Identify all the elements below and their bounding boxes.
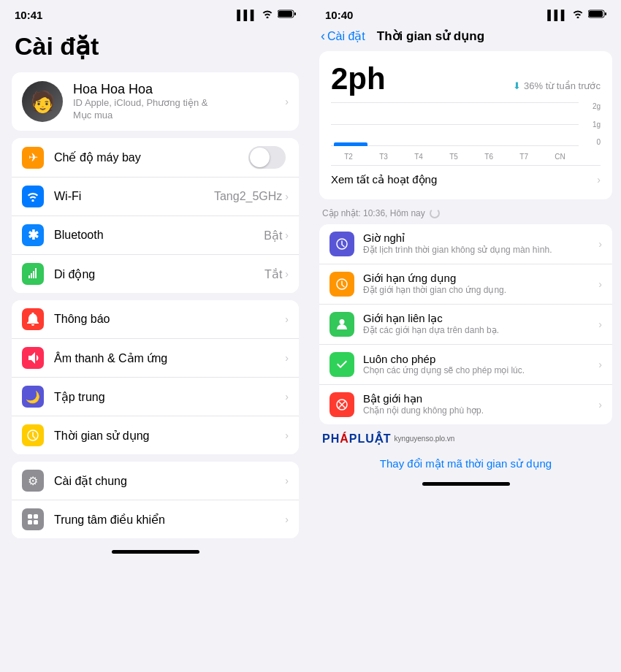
- applimits-sub: Đặt giới hạn thời gian cho ứng dụng.: [363, 285, 598, 297]
- right-home-indicator: [422, 482, 510, 486]
- features-section: Giờ nghỉ Đặt lịch trình thời gian không …: [319, 224, 612, 424]
- change-percent: 36% từ tuần trước: [524, 80, 601, 91]
- downtime-icon: [329, 232, 354, 256]
- notifications-chevron: ›: [285, 313, 289, 325]
- applimits-row[interactable]: Giới hạn ứng dụng Đặt giới hạn thời gian…: [319, 264, 612, 305]
- contentlimits-title: Bật giới hạn: [363, 392, 598, 405]
- airplane-row[interactable]: ✈ Chế độ máy bay: [12, 138, 299, 177]
- alwaysallowed-row[interactable]: Luôn cho phép Chọn các ứng dụng sẽ cho p…: [319, 345, 612, 385]
- wifi-setting-icon: [22, 186, 44, 207]
- wifi-chevron: ›: [285, 191, 289, 202]
- usage-chart: 2g 1g 0 T2 T3 T4 T5 T6 T7 CN: [331, 102, 601, 161]
- battery-icon: [278, 9, 296, 20]
- profile-name: Hoa Hoa Hoa: [73, 82, 285, 97]
- control-chevron: ›: [285, 513, 289, 525]
- screentime-chevron: ›: [285, 429, 289, 441]
- svg-rect-5: [34, 514, 38, 519]
- focus-label: Tập trung: [54, 390, 285, 404]
- notifications-section: Thông báo › Âm thanh & Cảm ứng › 🌙 Tập t…: [12, 300, 299, 454]
- back-chevron-icon: ‹: [321, 28, 325, 44]
- control-label: Trung tâm điều khiển: [54, 513, 285, 527]
- chart-bars: [331, 102, 579, 146]
- applimits-title: Giới hạn ứng dụng: [363, 272, 598, 285]
- sounds-icon: [22, 347, 44, 369]
- bluetooth-value: Bật: [264, 229, 282, 243]
- general-row[interactable]: ⚙ Cài đặt chung ›: [12, 462, 299, 500]
- page-title: Cài đặt: [0, 26, 310, 72]
- general-section: ⚙ Cài đặt chung › Trung tâm điều khiển ›: [12, 462, 299, 538]
- downtime-row[interactable]: Giờ nghỉ Đặt lịch trình thời gian không …: [319, 224, 612, 264]
- left-panel: 10:41 ▌▌▌ Cài đặt 🧑 Hoa Hoa Hoa ID Apple…: [0, 0, 310, 672]
- focus-icon: 🌙: [22, 386, 44, 408]
- chart-x-labels: T2 T3 T4 T5 T6 T7 CN: [331, 153, 579, 161]
- chart-bar-t7: [508, 145, 541, 146]
- contentlimits-row[interactable]: Bật giới hạn Chặn nội dung không phù hợp…: [319, 385, 612, 424]
- alwaysallowed-text: Luôn cho phép Chọn các ứng dụng sẽ cho p…: [363, 353, 598, 377]
- general-icon: ⚙: [22, 470, 44, 492]
- contactlimits-sub: Đặt các giới hạn dựa trên danh bạ.: [363, 325, 598, 337]
- change-passcode-link[interactable]: Thay đổi mật mã thời gian sử dụng: [310, 450, 621, 478]
- right-wifi-icon: [572, 9, 584, 20]
- screentime-icon: [22, 424, 44, 446]
- nav-header: ‹ Cài đặt Thời gian sử dụng: [310, 26, 621, 51]
- alwaysallowed-sub: Chọn các ứng dụng sẽ cho phép mọi lúc.: [363, 365, 598, 377]
- chart-y-labels: 2g 1g 0: [582, 102, 601, 146]
- left-home-indicator: [112, 550, 199, 554]
- contentlimits-chevron: ›: [598, 399, 602, 411]
- left-time: 10:41: [15, 9, 42, 21]
- bluetooth-chevron: ›: [285, 229, 289, 241]
- sounds-row[interactable]: Âm thanh & Cảm ứng ›: [12, 339, 299, 378]
- view-all-chevron: ›: [597, 174, 601, 186]
- cellular-icon: [22, 263, 44, 285]
- back-button[interactable]: ‹ Cài đặt: [321, 28, 365, 44]
- notifications-icon: [22, 308, 44, 330]
- right-time: 10:40: [325, 9, 353, 21]
- bluetooth-label: Bluetooth: [54, 229, 264, 242]
- downtime-text: Giờ nghỉ Đặt lịch trình thời gian không …: [363, 232, 598, 256]
- contactlimits-icon: [329, 312, 354, 337]
- profile-info: Hoa Hoa Hoa ID Apple, iCloud, Phương tiệ…: [73, 82, 285, 122]
- right-status-icons: ▌▌▌: [547, 9, 606, 20]
- control-icon: [22, 508, 44, 530]
- screen-time-change: ⬇ 36% từ tuần trước: [513, 80, 601, 91]
- time-display: 2ph ⬇ 36% từ tuần trước: [331, 61, 601, 96]
- contactlimits-text: Giới hạn liên lạc Đặt các giới hạn dựa t…: [363, 312, 598, 337]
- nav-title: Thời gian sử dụng: [377, 28, 484, 44]
- alwaysallowed-title: Luôn cho phép: [363, 353, 598, 365]
- chart-bar-t6: [473, 145, 506, 146]
- applimits-text: Giới hạn ứng dụng Đặt giới hạn thời gian…: [363, 272, 598, 297]
- left-status-bar: 10:41 ▌▌▌: [0, 0, 310, 26]
- focus-row[interactable]: 🌙 Tập trung ›: [12, 378, 299, 416]
- bluetooth-row[interactable]: ✱ Bluetooth Bật ›: [12, 216, 299, 255]
- chart-bar-t3: [369, 145, 403, 146]
- alwaysallowed-chevron: ›: [598, 359, 602, 370]
- profile-row[interactable]: 🧑 Hoa Hoa Hoa ID Apple, iCloud, Phương t…: [12, 72, 299, 131]
- cellular-label: Di động: [54, 267, 264, 281]
- contactlimits-row[interactable]: Giới hạn liên lạc Đặt các giới hạn dựa t…: [319, 305, 612, 345]
- airplane-toggle[interactable]: [248, 146, 286, 169]
- wifi-value: Tang2_5GHz: [214, 190, 282, 203]
- cellular-chevron: ›: [285, 268, 289, 280]
- contactlimits-title: Giới hạn liên lạc: [363, 312, 598, 325]
- left-status-icons: ▌▌▌: [237, 9, 296, 20]
- chart-bar-t2: [334, 142, 367, 146]
- watermark-site: kynguyenso.plo.vn: [395, 435, 455, 443]
- brand-logo: PHÁPLUẬT: [322, 432, 392, 446]
- view-all-row[interactable]: Xem tất cả hoạt động ›: [331, 165, 601, 189]
- right-battery-icon: [588, 9, 606, 20]
- notifications-label: Thông báo: [54, 313, 285, 326]
- signal-icon: ▌▌▌: [237, 9, 257, 20]
- svg-rect-7: [34, 520, 38, 524]
- screentime-row[interactable]: Thời gian sử dụng ›: [12, 416, 299, 454]
- sounds-chevron: ›: [285, 352, 289, 364]
- chart-bar-t4: [403, 145, 437, 146]
- cellular-row[interactable]: Di động Tắt ›: [12, 255, 299, 293]
- applimits-chevron: ›: [598, 278, 602, 290]
- control-row[interactable]: Trung tâm điều khiển ›: [12, 500, 299, 538]
- svg-rect-10: [605, 12, 606, 15]
- general-chevron: ›: [285, 475, 289, 486]
- avatar: 🧑: [22, 81, 63, 122]
- notifications-row[interactable]: Thông báo ›: [12, 300, 299, 339]
- wifi-row[interactable]: Wi-Fi Tang2_5GHz ›: [12, 177, 299, 216]
- profile-section: 🧑 Hoa Hoa Hoa ID Apple, iCloud, Phương t…: [12, 72, 299, 131]
